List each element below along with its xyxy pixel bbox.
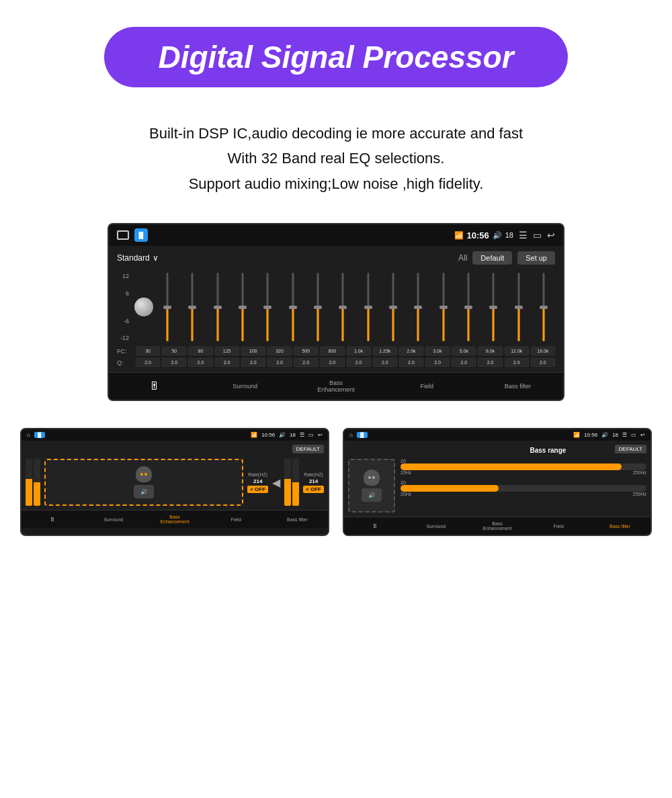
fc-cell-10: 2.0k <box>399 347 423 355</box>
small-tab-bass-filter[interactable]: Bass filter <box>267 513 328 526</box>
small-tab-field-r[interactable]: Field <box>528 520 589 533</box>
small-tab-eq[interactable]: 🎚 <box>22 513 83 527</box>
q-cell-14: 2.0 <box>505 358 529 367</box>
menu-icon[interactable]: ☰ <box>519 230 528 240</box>
vol-small-r: 🔊 <box>601 432 608 438</box>
bass-slider-2[interactable]: 20 20Hz 250Hz <box>401 480 646 496</box>
eq-icon-small: 🎚 <box>50 517 55 523</box>
win-small-r[interactable]: ▭ <box>631 432 636 438</box>
rate-left: Rate(HZ) 214 < OFF <box>247 472 268 493</box>
fader-10[interactable] <box>407 270 429 344</box>
default-badge-right[interactable]: DEFAULT <box>615 445 646 453</box>
small-tab-bass-filter-r[interactable]: Bass filter <box>589 520 650 533</box>
back-small[interactable]: ↩ <box>318 432 323 438</box>
signal-small-r: 📶 <box>573 432 580 438</box>
fader-14[interactable] <box>507 270 530 344</box>
small-tabs-right: 🎚 Surround BassEnhancement Field Bass fi… <box>344 517 650 535</box>
q-cell-0: 2.0 <box>136 358 160 367</box>
fader-0[interactable] <box>156 270 179 344</box>
back-small-r[interactable]: ↩ <box>640 432 645 438</box>
main-screenshot: ▐▌ 📶 10:56 🔊 18 ☰ ▭ ↩ Standard ∨ All Def… <box>108 223 564 401</box>
tab-bass-filter[interactable]: Bass filter <box>472 376 563 396</box>
default-badge-left[interactable]: DEFAULT <box>292 445 324 453</box>
q-cell-6: 2.0 <box>294 358 318 367</box>
default-button[interactable]: Default <box>472 251 512 265</box>
bass-enhancement-content: DEFAULT <box>22 441 328 510</box>
bottom-row: ⌂ ▐▌ 📶 10:56 🔊 18 ☰ ▭ ↩ DEFAULT <box>20 428 652 536</box>
q-cell-2: 2.0 <box>188 358 212 367</box>
status-bar: ▐▌ 📶 10:56 🔊 18 ☰ ▭ ↩ <box>109 224 563 246</box>
volume-icon: 🔊 <box>493 231 502 240</box>
bass-range-label: Bass range <box>481 447 614 454</box>
fader-13[interactable] <box>482 270 505 344</box>
tab-field[interactable]: Field <box>382 376 472 396</box>
q-cell-3: 2.0 <box>215 358 239 367</box>
q-cell-11: 2.0 <box>425 358 450 367</box>
bass-slider-track-1[interactable] <box>401 463 646 470</box>
fader-1[interactable] <box>181 270 204 344</box>
small-tab-eq-r[interactable]: 🎚 <box>344 519 405 533</box>
bass-filter-content: Bass range DEFAULT 🔊 <box>344 441 650 517</box>
bottom-right-screenshot: ⌂ ▐▌ 📶 10:56 🔊 18 ☰ ▭ ↩ Bass range DEFAU… <box>343 428 652 536</box>
off-button-left[interactable]: < OFF <box>247 486 268 493</box>
menu-small-r[interactable]: ☰ <box>622 432 627 438</box>
volume-level: 18 <box>505 231 513 239</box>
small-status-bar-left: ⌂ ▐▌ 📶 10:56 🔊 18 ☰ ▭ ↩ <box>22 429 328 441</box>
fader-15[interactable] <box>532 270 555 344</box>
fc-row: FC: 3050801252003205008001.0k1.25k2.0k3.… <box>117 347 555 355</box>
app-icon-small-r: ▐▌ <box>357 432 368 438</box>
preset-dropdown[interactable]: Standard ∨ <box>117 253 159 263</box>
win-small[interactable]: ▭ <box>308 432 314 438</box>
small-tab-bass-enh-r[interactable]: BassEnhancement <box>466 517 528 535</box>
fader-12[interactable] <box>457 270 480 344</box>
time-small: 10:56 <box>261 432 275 438</box>
equalizer-icon: 🎚 <box>149 380 160 392</box>
small-tab-surround-r[interactable]: Surround <box>405 520 466 533</box>
fc-cell-7: 800 <box>320 347 344 355</box>
fader-6[interactable] <box>306 270 329 344</box>
fader-7[interactable] <box>331 270 354 344</box>
desc-line1: Built-in DSP IC,audio decoding ie more a… <box>149 121 523 146</box>
tab-surround[interactable]: Surround <box>200 376 290 396</box>
q-cell-4: 2.0 <box>241 358 265 367</box>
fader-9[interactable] <box>382 270 405 344</box>
fc-cell-2: 80 <box>188 347 212 355</box>
tab-eq[interactable]: 🎚 <box>109 373 200 399</box>
nav-icons: ☰ ▭ ↩ <box>519 230 555 240</box>
small-tab-field[interactable]: Field <box>206 513 267 526</box>
eq-tabs: 🎚 Surround BassEnhancement Field Bass fi… <box>109 372 563 400</box>
fc-cell-3: 125 <box>215 347 239 355</box>
fader-2[interactable] <box>206 270 229 344</box>
fader-3[interactable] <box>231 270 254 344</box>
master-knob[interactable] <box>134 298 153 316</box>
fc-cell-1: 50 <box>162 347 186 355</box>
small-tab-surround[interactable]: Surround <box>83 513 144 526</box>
right-faders <box>284 459 299 506</box>
tab-bass-enhancement[interactable]: BassEnhancement <box>290 373 381 400</box>
fc-cell-0: 30 <box>136 347 160 355</box>
header-pill: Digital Signal Processor <box>104 27 567 87</box>
app-icon-small: ▐▌ <box>34 432 45 438</box>
back-icon[interactable]: ↩ <box>547 230 555 240</box>
window-icon[interactable]: ▭ <box>533 230 542 240</box>
eq-panel: Standard ∨ All Default Set up 12 6 -6 -1… <box>109 246 563 372</box>
off-button-right[interactable]: < OFF <box>303 486 324 493</box>
eq-sliders-container: 12 6 -6 -12 <box>117 270 555 344</box>
bass-slider-1[interactable]: 20 20Hz 250Hz <box>401 459 646 475</box>
desc-line3: Support audio mixing;Low noise ,high fid… <box>149 171 523 196</box>
fader-5[interactable] <box>282 270 304 344</box>
bass-slider-track-2[interactable] <box>401 485 646 492</box>
signal-icon: 📶 <box>454 231 464 240</box>
surround-main: 🔊 Rate(HZ) 214 < OFF ◀ <box>26 459 324 506</box>
fader-11[interactable] <box>431 270 454 344</box>
fader-8[interactable] <box>357 270 380 344</box>
menu-small[interactable]: ☰ <box>300 432 304 438</box>
small-tab-bass-enh[interactable]: BassEnhancement <box>144 511 205 528</box>
eq-toolbar: Standard ∨ All Default Set up <box>117 251 555 265</box>
q-cell-9: 2.0 <box>373 358 397 367</box>
fader-4[interactable] <box>256 270 279 344</box>
q-cell-13: 2.0 <box>478 358 502 367</box>
page-title: Digital Signal Processor <box>158 39 513 75</box>
setup-button[interactable]: Set up <box>517 251 555 265</box>
fc-cell-12: 5.0k <box>452 347 476 355</box>
